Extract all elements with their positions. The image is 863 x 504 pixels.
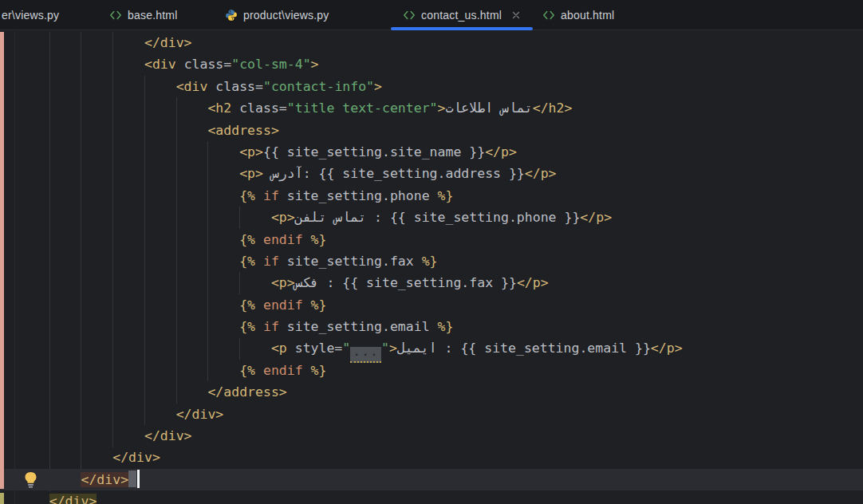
tab-er-views.py[interactable]: er\views.py [0,0,80,30]
code-token: %} [438,188,454,203]
code-token: "contact-info" [263,79,374,94]
indent [18,319,239,334]
indent [18,341,271,356]
close-icon[interactable] [510,10,522,21]
indent [18,35,144,50]
code-token: </p> [517,275,549,290]
code-line[interactable]: </div> [0,490,863,504]
indent [18,407,176,422]
tab-label: base.html [128,9,178,22]
code-line[interactable]: <p style="...">ایمیل : {{ site_setting.e… [0,337,863,359]
html-file-icon [542,9,555,22]
tab-label: product\views.py [243,9,329,22]
code-token: </div> [144,428,192,443]
indent [18,254,239,269]
code-token: <p> [271,210,295,225]
code-line[interactable]: </address> [0,381,863,403]
indent [18,297,239,313]
code-line[interactable]: <p>تماس تلفن : {{ site_setting.phone }}<… [0,207,863,228]
code-line[interactable]: {% if site_setting.email %} [0,316,863,337]
code-token: </address> [207,384,286,400]
code-line[interactable]: <p>فکس : {{ site_setting.fax }}</p> [0,272,863,293]
code-token: تماس تلفن : {{ site_setting.phone }} [295,210,581,225]
code-token: class= [176,57,232,72]
code-token: site_setting.fax [279,254,422,269]
caret [137,470,140,488]
code-line[interactable]: {% endif %} [0,360,863,381]
code-token: > [311,57,319,72]
code-line[interactable]: </div> [0,32,863,53]
editor[interactable]: </div> <div class="col-sm-4"> <div class… [0,31,863,504]
code-token: class= [231,100,287,116]
indent [18,144,239,159]
code-token: "col-sm-4" [231,57,310,72]
tab-label: er\views.py [2,9,59,22]
code-line[interactable]: {% if site_setting.phone %} [0,185,863,207]
code-line[interactable]: <div class="contact-info"> [0,76,863,97]
code-line[interactable]: <p> آدرس: {{ site_setting.address }}</p> [0,163,863,184]
code-token: endif [263,363,303,378]
code-token: {% [239,232,263,247]
code-token: if [263,188,279,203]
code-token: <h2 [207,100,231,116]
code-token: <div [144,57,176,72]
code-token: class= [207,79,263,94]
current-code-line[interactable]: </div> [0,469,863,490]
code-token: </div> [112,450,160,465]
code-line[interactable]: <h2 class="title text-center">تماس اطلاع… [0,97,863,119]
code-token: ایمیل : {{ site_setting.email }} [397,341,651,356]
code-line[interactable]: <div class="col-sm-4"> [0,53,863,75]
code-token: </p> [525,166,557,181]
code-token: </div> [49,494,97,504]
code-token: </p> [580,210,612,225]
code-line[interactable]: </div> [0,404,863,425]
code-area[interactable]: </div> <div class="col-sm-4"> <div class… [0,32,863,504]
code-token: style= [287,341,343,356]
caret-block [128,471,136,487]
html-file-icon [403,9,416,22]
code-token: {% [239,188,263,203]
code-token: site_setting.phone [279,188,438,203]
code-token: > [438,100,446,116]
code-token: %} [303,232,327,247]
code-token: </div> [81,472,128,487]
code-token: site_setting.email [279,319,438,334]
code-token: " [342,341,350,356]
code-line[interactable]: {% if site_setting.fax %} [0,250,863,272]
html-file-icon [109,9,122,22]
code-token: </p> [651,341,683,356]
code-line[interactable]: </div> [0,447,863,468]
tab-about.html[interactable]: about.html [530,0,625,30]
code-token: > [389,341,397,356]
code-line[interactable]: </div> [0,425,863,447]
ide-window: er\views.pybase.htmlproduct\views.pycont… [0,0,863,504]
indent [18,232,239,247]
indent [18,275,271,290]
code-token: آدرس: {{ site_setting.address }} [263,166,525,181]
indent [18,79,176,94]
code-token: <p> [239,166,263,181]
code-token: %} [303,297,327,313]
code-line[interactable]: {% endif %} [0,294,863,316]
code-token: "title text-center" [287,100,438,116]
indent [18,57,144,72]
intention-bulb-icon[interactable] [23,471,38,493]
indent [18,494,49,504]
tab-label: contact_us.html [421,9,502,22]
code-token: </p> [485,144,517,159]
tab-base.html[interactable]: base.html [96,0,196,30]
code-token: <p> [239,144,263,159]
code-token: <div [176,79,208,94]
indent [18,123,207,138]
code-token: {% [239,297,263,313]
code-line[interactable]: {% endif %} [0,229,863,250]
vcs-added-stripe [0,493,4,504]
tab-contact_us.html[interactable]: contact_us.html [391,0,533,30]
code-token: <address> [207,123,278,138]
code-token: %} [303,363,327,378]
code-line[interactable]: <p>{{ site_setting.site_name }}</p> [0,141,863,163]
code-token: if [263,319,279,334]
tab-product-views.py[interactable]: product\views.py [211,0,375,30]
code-token: > [374,79,382,94]
code-line[interactable]: <address> [0,120,863,141]
